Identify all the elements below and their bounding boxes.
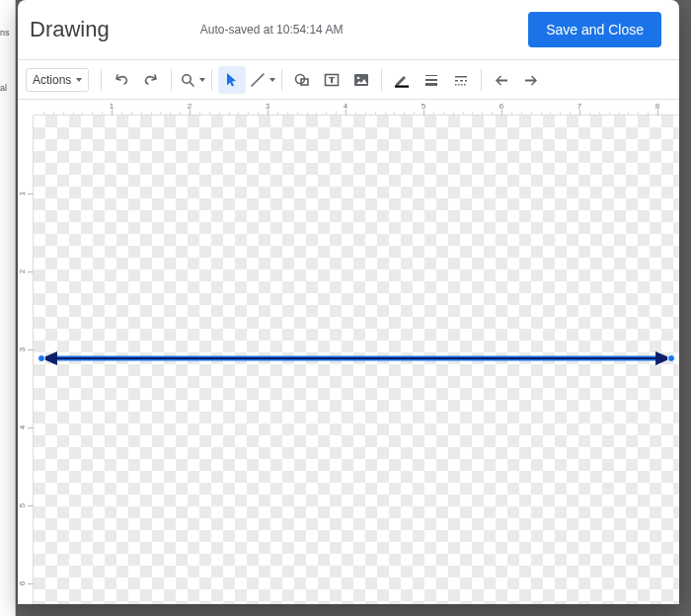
drawing-canvas[interactable] [34,116,679,604]
actions-menu[interactable]: Actions [26,68,89,92]
actions-label: Actions [33,73,71,87]
dialog-title: Drawing [30,17,110,42]
canvas-area: 12345678 123456 [18,100,679,604]
arrow-right-icon [522,71,540,89]
caret-down-icon [76,78,82,82]
line-start-button[interactable] [488,66,515,94]
ruler-v-number: 5 [18,503,27,507]
background-doc-glimpse: ns al [0,0,16,616]
undo-icon [113,71,130,89]
pencil-icon [393,71,411,89]
arrow-left-icon [493,71,510,89]
svg-rect-9 [425,83,437,86]
undo-button[interactable] [108,66,135,94]
line-end-button[interactable] [517,66,545,94]
bg-text-1: ns [0,28,10,38]
svg-rect-6 [395,85,409,87]
dialog-titlebar: Drawing Auto-saved at 10:54:14 AM Save a… [18,0,679,59]
separator [481,69,482,91]
line-icon [249,71,267,89]
ruler-v-number: 4 [18,425,27,429]
line-weight-icon [422,71,440,89]
selection-handle-start[interactable] [38,354,45,362]
separator [101,69,102,91]
shape-icon [293,71,311,89]
line-dash-button[interactable] [447,66,475,94]
separator [171,69,172,91]
separator [211,69,212,91]
redo-icon [142,71,160,89]
line-weight-button[interactable] [418,66,445,94]
svg-rect-10 [455,76,467,78]
cursor-icon [223,71,241,89]
svg-rect-4 [354,74,368,86]
line-tool[interactable] [248,66,275,94]
bg-text-2: al [0,83,7,93]
textbox-icon [323,71,341,89]
ruler-vertical: 123456 [18,116,34,604]
redo-button[interactable] [137,66,165,94]
ruler-horizontal: 12345678 [34,100,679,116]
caret-down-icon [199,78,205,82]
autosave-status: Auto-saved at 10:54:14 AM [200,23,516,37]
separator [381,69,382,91]
svg-rect-7 [425,75,437,76]
svg-rect-8 [425,79,437,81]
selection-handle-end[interactable] [667,354,675,362]
shape-tool[interactable] [288,66,316,94]
drawing-dialog: Drawing Auto-saved at 10:54:14 AM Save a… [18,0,679,604]
separator [281,69,282,91]
text-box-tool[interactable] [318,66,346,94]
double-arrow-shape[interactable] [41,348,671,368]
svg-point-5 [357,76,360,79]
ruler-v-number: 2 [18,270,27,273]
ruler-v-number: 1 [18,192,27,195]
image-icon [352,71,370,89]
toolbar: Actions [18,60,679,100]
ruler-v-number: 6 [18,581,27,585]
image-tool[interactable] [347,66,375,94]
line-color-button[interactable] [388,66,416,94]
line-dash-icon [452,71,470,89]
save-and-close-button[interactable]: Save and Close [528,12,661,47]
select-tool[interactable] [218,66,246,94]
caret-down-icon [269,78,275,82]
zoom-menu[interactable] [178,66,205,94]
zoom-icon [179,71,196,89]
ruler-v-number: 3 [18,347,27,351]
